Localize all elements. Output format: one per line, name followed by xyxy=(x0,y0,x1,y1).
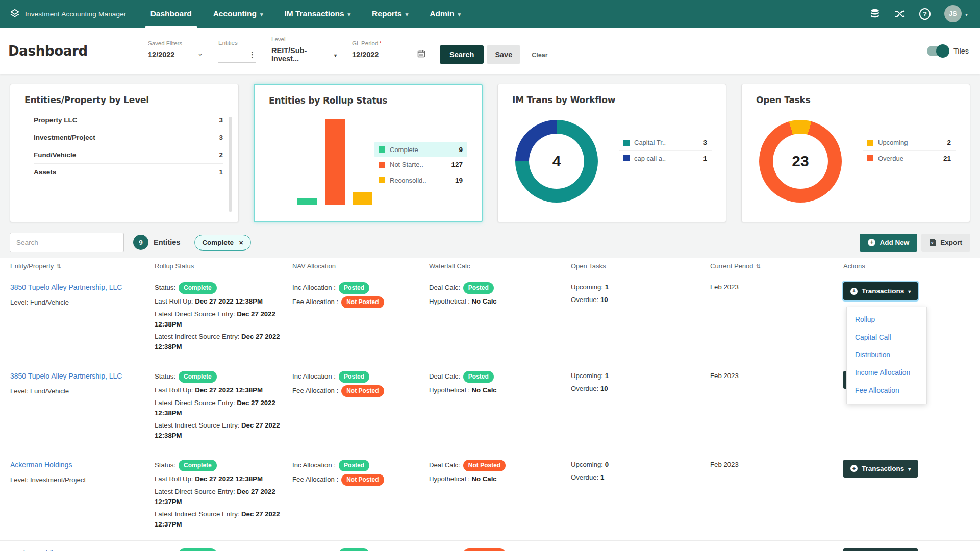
gl-period-input[interactable]: 12/2022 xyxy=(352,51,406,62)
tile-im-trans-by-workflow[interactable]: IM Trans by Workflow 4 Capital Tr.. 3 ca… xyxy=(497,84,726,222)
clear-link[interactable]: Clear xyxy=(532,52,547,59)
actions-cell: Transactions xyxy=(843,460,980,532)
legend-item[interactable]: Not Starte.. 127 xyxy=(374,157,467,172)
current-period-cell: Feb 2023 xyxy=(710,460,843,532)
tile-entities-by-level[interactable]: Entities/Property by Level Property LLC3… xyxy=(10,84,239,222)
user-menu[interactable]: JS xyxy=(944,5,968,22)
entity-cell: 3850 Tupelo Alley Partnership, LLC Level… xyxy=(10,282,155,355)
calendar-icon[interactable] xyxy=(417,49,425,60)
status-badge: Not Posted xyxy=(341,385,384,397)
open-tasks-cell: Upcoming: 1 Overdue: 10 xyxy=(571,371,710,443)
open-tasks-cell: Upcoming: 0 Overdue: 0 xyxy=(571,548,710,551)
transactions-button[interactable]: Transactions xyxy=(843,282,918,300)
entities-table: Entity/Property Rollup Status NAV Alloca… xyxy=(0,258,980,551)
rollup-status-cell: Status:Complete Last Roll Up: Dec 27 202… xyxy=(155,548,292,551)
legend-item[interactable]: Complete 9 xyxy=(374,142,467,157)
rollup-status-cell: Status:Complete Last Roll Up: Dec 27 202… xyxy=(155,282,292,355)
status-badge: Complete xyxy=(179,548,217,551)
chevron-down-icon xyxy=(348,9,351,18)
table-row: Ackerman Holdings Level: Investment/Proj… xyxy=(0,452,980,541)
legend-item[interactable]: Upcoming 2 xyxy=(863,135,956,151)
list-item[interactable]: Assets1 xyxy=(34,164,223,181)
tile-title: Open Tasks xyxy=(742,84,970,105)
nav-im-transactions[interactable]: IM Transactions xyxy=(273,0,361,28)
menu-item-fee-allocation[interactable]: Fee Allocation xyxy=(847,382,926,400)
scrollbar[interactable] xyxy=(229,117,232,212)
table-row: Hughes Holding Level: Investment/Project… xyxy=(0,541,980,551)
waterfall-calc-cell: Deal Calc:Posted Hypothetical : No Calc xyxy=(429,282,571,355)
sort-icon[interactable] xyxy=(56,262,61,270)
list-item[interactable]: Property LLC3 xyxy=(34,112,223,129)
donut-center-value: 4 xyxy=(515,120,598,203)
legend-item[interactable]: cap call a.. 1 xyxy=(619,151,712,166)
status-badge: Complete xyxy=(179,460,217,471)
save-button[interactable]: Save xyxy=(487,45,520,64)
chevron-down-icon xyxy=(908,287,911,295)
required-asterisk: * xyxy=(379,40,381,46)
menu-item-capital-call[interactable]: Capital Call xyxy=(847,329,926,347)
transactions-button[interactable]: Transactions xyxy=(843,548,918,551)
actions-cell: Transactions Rollup Capital Call Distrib… xyxy=(843,282,980,355)
search-input[interactable] xyxy=(10,233,124,252)
tile-entities-by-rollup-status[interactable]: Entities by Rollup Status Complete 9 Not… xyxy=(254,84,483,222)
col-rollup-status: Rollup Status xyxy=(155,262,292,270)
entities-input[interactable] xyxy=(218,50,256,63)
search-button[interactable]: Search xyxy=(440,45,484,64)
kebab-menu-icon[interactable] xyxy=(248,50,256,59)
menu-item-income-allocation[interactable]: Income Allocation xyxy=(847,364,926,382)
status-badge: Not Posted xyxy=(463,460,506,471)
status-badge: Complete xyxy=(179,371,217,383)
shuffle-icon[interactable] xyxy=(894,8,906,19)
nav-admin[interactable]: Admin xyxy=(419,0,471,28)
tile-title: Entities by Rollup Status xyxy=(255,85,482,106)
legend-item[interactable]: Reconsolid.. 19 xyxy=(374,172,467,188)
nav-dashboard[interactable]: Dashboard xyxy=(140,0,203,28)
status-badge: Not Posted xyxy=(463,548,506,551)
top-nav: Investment Accounting Manager Dashboard … xyxy=(0,0,980,28)
col-current-period[interactable]: Current Period xyxy=(710,262,843,270)
col-entity-property[interactable]: Entity/Property xyxy=(10,262,155,270)
menu-item-distribution[interactable]: Distribution xyxy=(847,346,926,364)
entity-link[interactable]: 3850 Tupelo Alley Partnership, LLC xyxy=(10,283,122,291)
bar-complete[interactable] xyxy=(297,198,317,205)
app-title: Investment Accounting Manager xyxy=(25,10,127,18)
saved-filters-select[interactable]: 12/2022 xyxy=(148,51,203,62)
saved-filters-field: Saved Filters 12/2022 xyxy=(148,40,203,62)
sort-icon[interactable] xyxy=(756,262,761,270)
close-icon[interactable] xyxy=(239,239,243,246)
plus-circle-icon xyxy=(850,465,858,472)
add-new-button[interactable]: Add New xyxy=(860,234,917,252)
list-item[interactable]: Investment/Project3 xyxy=(34,129,223,146)
level-label: Level xyxy=(271,36,337,42)
legend-item[interactable]: Overdue 21 xyxy=(863,151,956,166)
entity-link[interactable]: Ackerman Holdings xyxy=(10,461,72,469)
legend-item[interactable]: Capital Tr.. 3 xyxy=(619,135,712,151)
transactions-button[interactable]: Transactions xyxy=(843,460,918,478)
bar-not-started[interactable] xyxy=(325,119,345,205)
nav-reports[interactable]: Reports xyxy=(361,0,419,28)
tile-open-tasks[interactable]: Open Tasks 23 Upcoming 2 Overdue 21 xyxy=(741,84,970,222)
legend-swatch xyxy=(623,155,630,161)
app-logo-icon xyxy=(9,8,20,19)
svg-text:x: x xyxy=(931,241,934,245)
brand: Investment Accounting Manager xyxy=(0,0,140,28)
filter-chip-complete[interactable]: Complete xyxy=(194,235,251,251)
list-item[interactable]: Fund/Vehicle2 xyxy=(34,146,223,164)
status-badge: Posted xyxy=(339,371,369,383)
status-badge: Not Posted xyxy=(341,296,384,308)
entity-link[interactable]: 3850 Tupelo Alley Partnership, LLC xyxy=(10,372,122,380)
bar-reconsolidated[interactable] xyxy=(353,192,372,205)
export-button[interactable]: x Export xyxy=(921,234,970,252)
gl-period-label: GL Period* xyxy=(352,40,406,46)
tiles-toggle-group: Tiles xyxy=(927,46,980,56)
database-icon[interactable] xyxy=(869,8,881,19)
open-tasks-cell: Upcoming: 0 Overdue: 1 xyxy=(571,460,710,532)
chevron-down-icon xyxy=(197,51,203,59)
help-icon[interactable] xyxy=(919,8,931,19)
level-select[interactable]: REIT/Sub-Invest... xyxy=(271,46,337,66)
nav-allocation-cell: Inc Allocation :Posted Fee Allocation :N… xyxy=(292,548,429,551)
transactions-dropdown-menu: Rollup Capital Call Distribution Income … xyxy=(846,307,927,404)
menu-item-rollup[interactable]: Rollup xyxy=(847,311,926,329)
tiles-toggle[interactable] xyxy=(927,46,948,56)
nav-accounting[interactable]: Accounting xyxy=(203,0,274,28)
